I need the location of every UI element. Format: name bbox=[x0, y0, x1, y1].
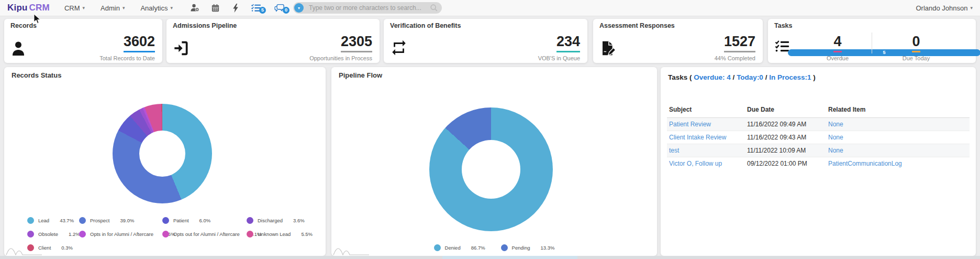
legend-percent: 6.0% bbox=[199, 218, 211, 223]
legend-item[interactable]: Lead43.7% bbox=[27, 217, 79, 224]
menu-admin[interactable]: Admin▾ bbox=[101, 4, 125, 12]
legend-item[interactable]: Discharged3.6% bbox=[247, 217, 313, 224]
card-title: Admissions Pipeline bbox=[173, 22, 237, 29]
admissions-summary-card: Admissions Pipeline 2305 Opportunities i… bbox=[166, 19, 380, 63]
user-name: Orlando Johnson bbox=[916, 4, 967, 12]
tasks-overdue-label: Overdue bbox=[818, 55, 857, 61]
chevron-down-icon: ▾ bbox=[970, 5, 973, 10]
quick-actions-icon[interactable] bbox=[230, 3, 241, 13]
app-logo[interactable]: KipuCRM bbox=[7, 3, 50, 13]
legend-item[interactable]: Unknown Lead5.5% bbox=[247, 231, 313, 238]
logo-crm: CRM bbox=[29, 3, 50, 13]
search-icon[interactable] bbox=[430, 4, 438, 14]
legend-item[interactable]: Obsolete1.2% bbox=[27, 231, 79, 238]
card-title: Verification of Benefits bbox=[390, 22, 461, 29]
legend-label: Pending bbox=[512, 245, 530, 251]
col-related-item: Related Item bbox=[826, 102, 970, 118]
chart-title: Pipeline Flow bbox=[339, 71, 382, 79]
task-subject-link[interactable]: test bbox=[669, 147, 679, 154]
today-link[interactable]: Today:0 bbox=[737, 73, 763, 81]
person-icon bbox=[10, 40, 27, 59]
table-row: test11/11/2022 10:09 AMNone bbox=[667, 144, 970, 157]
card-title: Records bbox=[10, 22, 37, 29]
task-subject-link[interactable]: Victor O, Follow up bbox=[669, 160, 722, 167]
legend-percent: 3.6% bbox=[293, 218, 305, 223]
assessment-value: 1527 bbox=[724, 35, 755, 52]
col-due-date: Due Date bbox=[745, 102, 826, 118]
legend-item[interactable]: Opts in for Alumni / Aftercare0.6% bbox=[79, 231, 162, 238]
legend-percent: 86.7% bbox=[471, 245, 485, 251]
tasks-overdue-value: 4 bbox=[833, 35, 841, 52]
table-row: Victor O, Follow up09/12/2022 01:00 PMPa… bbox=[667, 157, 970, 170]
sparkline-decoration bbox=[5, 244, 43, 255]
legend-percent: 39.0% bbox=[120, 218, 135, 223]
task-due-date: 11/11/2022 10:09 AM bbox=[747, 147, 806, 154]
legend-color-dot bbox=[501, 244, 508, 251]
user-menu[interactable]: Orlando Johnson ▾ bbox=[916, 4, 973, 12]
legend-color-dot bbox=[247, 231, 253, 238]
vob-summary-card: Verification of Benefits 234 VOB'S in Qu… bbox=[384, 19, 587, 63]
legend-color-dot bbox=[27, 231, 34, 238]
pipeline-flow-legend: Denied86.7%Pending13.3% bbox=[331, 244, 657, 251]
legend-item[interactable]: Patient6.0% bbox=[162, 217, 247, 224]
task-due-date: 11/16/2022 09:43 AM bbox=[747, 134, 806, 141]
menu-analytics[interactable]: Analytics▾ bbox=[140, 4, 173, 12]
messages-count-badge: 0 bbox=[283, 7, 289, 14]
admissions-value: 2305 bbox=[341, 35, 372, 52]
menu-crm[interactable]: CRM▾ bbox=[64, 4, 85, 12]
card-title: Assessment Responses bbox=[599, 22, 675, 29]
col-subject: Subject bbox=[667, 102, 745, 118]
mouse-cursor bbox=[34, 14, 41, 24]
legend-label: Prospect bbox=[90, 218, 110, 223]
task-related-item-link[interactable]: None bbox=[828, 147, 843, 154]
records-status-donut-chart[interactable] bbox=[113, 104, 212, 203]
legend-percent: 1.2% bbox=[69, 231, 80, 237]
legend-color-dot bbox=[79, 231, 86, 238]
task-related-item-link[interactable]: None bbox=[828, 121, 843, 128]
legend-color-dot bbox=[27, 217, 34, 224]
page-bottom-edge bbox=[0, 256, 980, 259]
tasks-count-badge: 5 bbox=[259, 7, 266, 14]
calendar-icon[interactable] bbox=[210, 3, 220, 13]
legend-item[interactable]: Prospect39.0% bbox=[79, 217, 162, 224]
assessment-label: 44% Completed bbox=[715, 55, 755, 61]
table-row: Patient Review11/16/2022 09:49 AMNone bbox=[667, 118, 970, 131]
tasks-duetoday-value: 0 bbox=[912, 35, 920, 52]
task-related-item-link[interactable]: PatientCommunicationLog bbox=[828, 160, 902, 167]
page-bottom-edge-accent bbox=[442, 256, 577, 259]
legend-label: Unknown Lead bbox=[258, 231, 291, 237]
legend-label: Obsolete bbox=[38, 231, 58, 237]
legend-label: Discharged bbox=[258, 218, 283, 223]
add-contact-icon[interactable] bbox=[190, 3, 200, 13]
legend-percent: 13.3% bbox=[540, 245, 554, 251]
inprocess-link[interactable]: In Process:1 bbox=[769, 73, 811, 81]
task-subject-link[interactable]: Patient Review bbox=[669, 121, 711, 128]
task-related-item-link[interactable]: None bbox=[828, 134, 843, 141]
records-summary-card: Records 3602 Total Records to Date bbox=[4, 19, 162, 63]
search-input[interactable] bbox=[304, 4, 442, 12]
global-search[interactable]: ▾ bbox=[293, 2, 442, 14]
overdue-link[interactable]: Overdue: 4 bbox=[694, 73, 731, 81]
messages-icon[interactable]: 0 bbox=[274, 3, 285, 13]
legend-item[interactable]: Pending13.3% bbox=[501, 244, 555, 251]
divider bbox=[872, 33, 872, 53]
legend-item[interactable]: Denied86.7% bbox=[434, 244, 485, 251]
logo-kipu: Kipu bbox=[7, 3, 28, 13]
search-scope-button[interactable]: ▾ bbox=[294, 3, 304, 13]
tasks-card-badge: 5 bbox=[788, 49, 980, 56]
chart-title: Records Status bbox=[12, 71, 61, 79]
document-edit-icon bbox=[599, 40, 616, 59]
task-subject-link[interactable]: Client Intake Review bbox=[669, 134, 726, 141]
top-navbar: KipuCRM CRM▾ Admin▾ Analytics▾ 5 0 ▾ bbox=[0, 0, 980, 16]
tasks-checklist-icon[interactable]: 5 bbox=[251, 3, 261, 13]
pipeline-flow-donut-chart[interactable] bbox=[429, 107, 553, 231]
legend-label: Patient bbox=[173, 218, 189, 223]
task-due-date: 09/12/2022 01:00 PM bbox=[747, 160, 807, 167]
vob-value: 234 bbox=[556, 35, 580, 52]
legend-item[interactable]: Opts out for Alumni / Aftercare0.1% bbox=[162, 231, 247, 238]
legend-percent: 43.7% bbox=[60, 218, 74, 223]
tasks-summary-card: Tasks 5 4 Overdue 0 Due Today bbox=[768, 19, 976, 63]
legend-color-dot bbox=[247, 217, 253, 224]
records-status-legend: Lead43.7%Prospect39.0%Patient6.0%Dischar… bbox=[27, 217, 313, 251]
legend-color-dot bbox=[434, 244, 441, 251]
